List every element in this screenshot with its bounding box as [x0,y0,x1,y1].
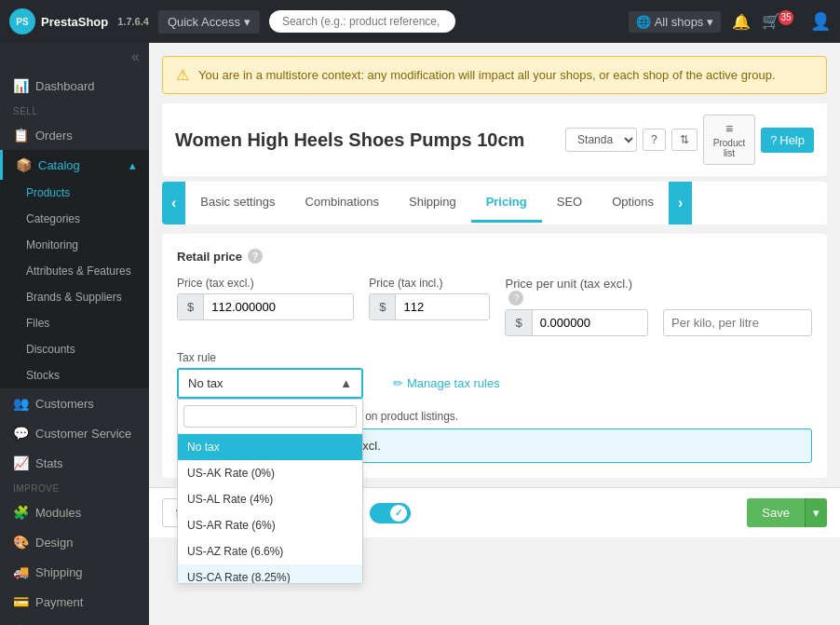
dropdown-item-no-tax[interactable]: No tax [178,434,362,460]
quick-access-button[interactable]: Quick Access ▾ [158,10,260,34]
bell-icon: 🔔 [732,14,751,30]
product-actions: Standa ? ⇅ ≡ Productlist ? Help [565,115,814,165]
tab-options[interactable]: Options [597,183,669,223]
modules-icon: 🧩 [13,505,28,520]
sidebar-item-stats[interactable]: 📈 Stats [0,448,149,478]
sort-button[interactable]: ⇅ [671,129,698,151]
globe-icon: 🌐 [636,15,651,29]
sidebar-item-customers[interactable]: 👥 Customers [0,388,149,418]
sidebar-collapse[interactable]: « [0,43,149,71]
tax-rule-row: No tax ▲ No tax US-AK Rate (0%) US-AL Ra… [177,368,812,399]
submenu-discounts[interactable]: Discounts [0,336,149,362]
tax-rule-trigger[interactable]: No tax ▲ [177,368,363,399]
warning-icon: ⚠ [176,66,189,84]
improve-section-title: IMPROVE [0,478,149,497]
retail-price-help[interactable]: ? [248,249,263,264]
sidebar-item-customer-service[interactable]: 💬 Customer Service [0,418,149,448]
sidebar-item-payment[interactable]: 💳 Payment [0,587,149,617]
save-button[interactable]: Save [747,498,805,527]
tab-shipping[interactable]: Shipping [394,183,471,223]
cart-button[interactable]: 🛒 35 [762,12,799,31]
sidebar-item-orders[interactable]: 📋 Orders [0,120,149,150]
tab-next-button[interactable]: › [669,182,692,224]
dropdown-item-az[interactable]: US-AZ Rate (6.6%) [178,538,362,564]
sidebar-item-modules[interactable]: 🧩 Modules [0,497,149,527]
price-per-unit-input[interactable] [533,310,626,335]
product-title: Women High Heels Shoes Pumps 10cm [175,129,556,151]
store-select[interactable]: Standa [565,128,637,152]
submenu-products[interactable]: Products [0,180,149,206]
price-excl-input[interactable] [204,294,353,319]
catalog-icon: 📦 [16,157,31,172]
help-label: Help [779,133,805,147]
sidebar-item-catalog[interactable]: 📦 Catalog ▴ [0,150,149,180]
sidebar-item-shipping[interactable]: 🚚 Shipping [0,557,149,587]
help-button[interactable]: ? Help [761,128,814,153]
dropdown-arrow-icon: ▲ [340,376,352,390]
logo-icon: PS [9,8,35,34]
per-unit-description-input[interactable] [663,309,812,336]
sidebar-item-design[interactable]: 🎨 Design [0,527,149,557]
status-toggle[interactable]: ✓ [370,503,411,523]
sidebar-item-label: Payment [35,595,83,609]
dropdown-item-al[interactable]: US-AL Rate (4%) [178,486,362,512]
tabs-bar: ‹ Basic settings Combinations Shipping P… [162,182,827,224]
price-excl-label: Price (tax excl.) [177,277,354,290]
sidebar-item-label: Shipping [35,565,83,579]
design-icon: 🎨 [13,535,28,550]
sidebar: « 📊 Dashboard SELL 📋 Orders 📦 Catalog ▴ … [0,43,149,625]
sidebar-item-international[interactable]: 🌐 International [0,617,149,625]
toggle-knob: ✓ [390,505,407,522]
notifications-bell[interactable]: 🔔 [732,13,751,31]
price-incl-prefix: $ [370,294,396,319]
price-incl-input[interactable] [396,294,489,319]
submenu-categories[interactable]: Categories [0,206,149,232]
collapse-icon[interactable]: « [131,48,140,65]
tab-pricing[interactable]: Pricing [471,183,542,223]
chevron-down-icon: ▾ [813,506,820,520]
tab-basic-settings[interactable]: Basic settings [185,183,290,223]
submenu-attributes[interactable]: Attributes & Features [0,258,149,284]
app-version: 1.7.6.4 [117,16,149,27]
chevron-icon: ▾ [707,15,713,29]
submenu-monitoring[interactable]: Monitoring [0,232,149,258]
all-shops-selector[interactable]: 🌐 All shops ▾ [629,11,722,33]
list-icon: ≡ [725,121,733,136]
dropdown-item-ar[interactable]: US-AR Rate (6%) [178,512,362,538]
all-shops-label: All shops [655,15,704,29]
person-icon: 👤 [810,12,831,31]
price-per-unit-input-group: $ [505,309,648,336]
price-per-unit-help[interactable]: ? [508,291,523,306]
manage-tax-link[interactable]: ✏ Manage tax rules [393,376,500,390]
price-row: Price (tax excl.) $ Price (tax incl.) $ [177,277,812,336]
product-list-button[interactable]: ≡ Productlist [703,115,755,165]
search-input[interactable] [269,10,455,33]
retail-price-section: Retail price ? Price (tax excl.) $ Price… [162,234,827,478]
customers-icon: 👥 [13,396,28,411]
sidebar-item-label: Dashboard [35,79,95,93]
store-info-button[interactable]: ? [643,129,666,151]
save-dropdown-button[interactable]: ▾ [805,498,827,527]
submenu-files[interactable]: Files [0,310,149,336]
dropdown-search-input[interactable] [183,405,357,428]
chevron-down-icon: ▾ [244,15,251,29]
dropdown-item-ak[interactable]: US-AK Rate (0%) [178,460,362,486]
catalog-sub-menu: Products Categories Monitoring Attribute… [0,180,149,388]
tax-rule-section: Tax rule No tax ▲ No tax [177,351,812,399]
tab-seo[interactable]: SEO [542,183,597,223]
sidebar-item-label: Customer Service [35,427,131,441]
content-area: ⚠ You are in a multistore context: any m… [149,43,840,625]
sidebar-item-dashboard[interactable]: 📊 Dashboard [0,71,149,101]
sidebar-item-label: Catalog [38,158,80,172]
submenu-brands[interactable]: Brands & Suppliers [0,284,149,310]
tab-prev-button[interactable]: ‹ [162,182,185,224]
dropdown-search-box [178,400,362,434]
tax-rule-label: Tax rule [177,351,812,364]
save-label: Save [762,506,790,520]
sidebar-item-label: Stats [35,456,63,470]
submenu-stocks[interactable]: Stocks [0,362,149,388]
tab-combinations[interactable]: Combinations [291,183,395,223]
payment-icon: 💳 [13,594,28,609]
profile-button[interactable]: 👤 [810,11,831,32]
dropdown-item-ca[interactable]: US-CA Rate (8.25%) [178,564,362,583]
